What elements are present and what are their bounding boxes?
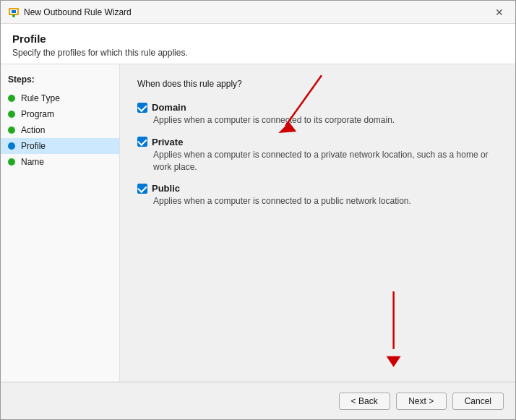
svg-rect-2: [12, 10, 16, 13]
private-label: Private: [152, 137, 183, 147]
sidebar-item-label: Name: [21, 157, 44, 167]
step-indicator-action: [8, 127, 15, 134]
window-title: New Outbound Rule Wizard: [24, 7, 132, 17]
sidebar-item-profile[interactable]: Profile: [1, 138, 119, 154]
public-checkbox[interactable]: [137, 184, 147, 194]
sidebar-item-name[interactable]: Name: [1, 154, 119, 170]
sidebar-item-label: Program: [21, 109, 54, 119]
public-label: Public: [152, 183, 180, 194]
title-bar: New Outbound Rule Wizard ✕: [1, 1, 515, 24]
sidebar-item-label: Rule Type: [21, 93, 60, 103]
domain-label: Domain: [152, 102, 186, 113]
domain-desc: Applies when a computer is connected to …: [153, 114, 498, 127]
option-private: Private Applies when a computer is conne…: [137, 137, 498, 173]
step-indicator-name: [8, 158, 15, 166]
option-domain-row: Domain: [137, 102, 498, 113]
close-button[interactable]: ✕: [491, 4, 508, 21]
option-group: Domain Applies when a computer is connec…: [137, 102, 498, 207]
step-indicator-rule-type: [8, 95, 15, 102]
page-subtitle: Specify the profiles for which this rule…: [12, 48, 504, 58]
wizard-window: New Outbound Rule Wizard ✕ Profile Speci…: [0, 0, 516, 420]
option-private-row: Private: [137, 137, 498, 147]
step-indicator-profile: [8, 142, 15, 150]
steps-label: Steps:: [1, 72, 119, 90]
page-header: Profile Specify the profiles for which t…: [1, 24, 515, 64]
title-bar-left: New Outbound Rule Wizard: [8, 7, 132, 18]
page-title: Profile: [12, 33, 504, 45]
svg-point-3: [12, 14, 15, 17]
sidebar-item-label: Profile: [21, 141, 46, 151]
sidebar-item-label: Action: [21, 125, 45, 135]
question-text: When does this rule apply?: [137, 79, 498, 89]
main-panel: When does this rule apply? Domain Applie…: [120, 64, 515, 382]
sidebar: Steps: Rule Type Program Action Profile …: [1, 64, 120, 382]
sidebar-item-program[interactable]: Program: [1, 106, 119, 122]
option-public: Public Applies when a computer is connec…: [137, 183, 498, 207]
content-area: Steps: Rule Type Program Action Profile …: [1, 64, 515, 382]
private-checkbox[interactable]: [137, 137, 147, 147]
footer: < Back Next > Cancel: [1, 382, 515, 419]
back-button[interactable]: < Back: [339, 393, 390, 410]
domain-checkbox[interactable]: [137, 103, 147, 113]
next-button[interactable]: Next >: [396, 393, 447, 410]
cancel-button[interactable]: Cancel: [452, 393, 504, 410]
app-icon: [8, 7, 20, 18]
private-desc: Applies when a computer is connected to …: [153, 149, 498, 173]
step-indicator-program: [8, 111, 15, 118]
sidebar-item-rule-type[interactable]: Rule Type: [1, 90, 119, 106]
svg-marker-7: [387, 356, 401, 367]
sidebar-item-action[interactable]: Action: [1, 122, 119, 138]
option-domain: Domain Applies when a computer is connec…: [137, 102, 498, 127]
public-desc: Applies when a computer is connected to …: [153, 195, 498, 207]
option-public-row: Public: [137, 183, 498, 194]
